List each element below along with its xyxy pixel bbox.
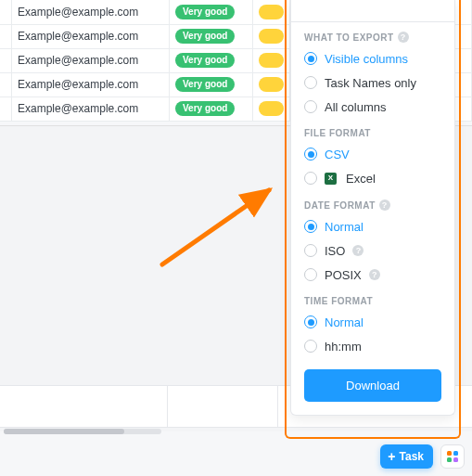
radio-label: POSIX [325,269,362,281]
radio-task-names-only[interactable]: Task Names only [304,71,441,95]
email-cell: Example@example.com [18,30,138,43]
apps-icon [447,451,458,462]
radio-time-normal[interactable]: Normal [304,310,441,334]
radio-label: Normal [325,221,364,233]
export-panel: WHAT TO EXPORT ? Visible columns Task Na… [290,0,455,416]
email-cell: Example@example.com [18,6,138,19]
radio-label: Task Names only [325,77,416,89]
apps-button[interactable] [440,444,465,469]
radio-icon [304,315,317,328]
email-cell: Example@example.com [18,102,138,115]
radio-label: CSV [325,148,350,161]
rating-pill: Very good [175,29,235,44]
excel-icon: X [325,173,337,185]
email-cell: Example@example.com [18,54,138,67]
radio-icon [304,268,317,281]
new-task-label: Task [400,450,424,463]
scrollbar-thumb[interactable] [4,429,124,434]
radio-icon [304,100,317,113]
radio-visible-columns[interactable]: Visible columns [304,46,441,71]
radio-icon [304,172,317,185]
status-bar [259,53,284,68]
section-time-format: TIME FORMAT [304,296,441,306]
radio-excel[interactable]: X Excel [304,166,441,190]
download-button[interactable]: Download [304,369,441,402]
radio-label: Visible columns [325,53,408,65]
radio-icon [304,340,317,353]
radio-label: All columns [325,101,386,113]
radio-csv[interactable]: CSV [304,142,441,166]
radio-icon [304,220,317,233]
radio-label: hh:mm [325,341,362,353]
radio-icon [304,76,317,89]
rating-pill: Very good [175,101,235,116]
radio-date-normal[interactable]: Normal [304,214,441,238]
plus-icon: + [388,450,395,463]
radio-icon [304,244,317,257]
radio-time-hhmm[interactable]: hh:mm [304,334,441,358]
rating-pill: Very good [175,5,235,19]
email-cell: Example@example.com [18,78,138,91]
panel-topbar [291,6,454,22]
status-bar [259,29,284,44]
radio-date-iso[interactable]: ISO ? [304,238,441,263]
new-task-button[interactable]: + Task [380,444,433,469]
help-icon[interactable]: ? [398,32,409,43]
help-icon[interactable]: ? [379,199,390,211]
radio-icon [304,52,317,65]
section-date-format: DATE FORMAT ? [304,199,441,211]
radio-label: ISO [325,245,345,257]
help-icon[interactable]: ? [369,269,380,280]
help-icon[interactable]: ? [352,245,364,256]
rating-pill: Very good [175,53,235,68]
radio-label: Excel [346,173,376,185]
radio-label: Normal [325,316,364,328]
status-bar [259,5,284,19]
horizontal-scrollbar[interactable] [4,429,161,434]
status-bar [259,101,284,116]
section-file-format: FILE FORMAT [304,128,441,138]
rating-pill: Very good [175,77,235,92]
section-what-to-export: WHAT TO EXPORT ? [304,32,441,43]
radio-date-posix[interactable]: POSIX ? [304,263,441,287]
status-bar [259,77,284,92]
radio-icon [304,148,317,161]
radio-all-columns[interactable]: All columns [304,95,441,119]
